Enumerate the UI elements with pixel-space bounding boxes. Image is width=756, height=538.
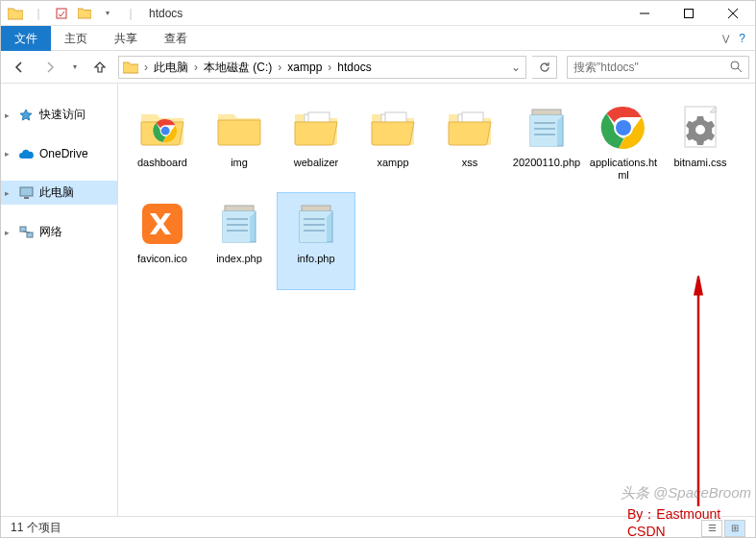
notepad-icon bbox=[289, 197, 343, 251]
file-item[interactable]: index.php bbox=[201, 193, 278, 289]
ribbon: 文件 主页 共享 查看 ⋁? bbox=[1, 26, 755, 51]
file-label: img bbox=[231, 157, 248, 169]
file-item[interactable]: applications.html bbox=[585, 97, 662, 193]
file-label: xampp bbox=[377, 157, 408, 169]
file-label: index.php bbox=[216, 253, 262, 265]
chevron-right-icon[interactable]: ▸ bbox=[5, 188, 10, 198]
search-box[interactable] bbox=[567, 56, 749, 79]
svg-line-6 bbox=[738, 68, 742, 72]
crumb-1[interactable]: 本地磁盘 (C:) bbox=[200, 57, 276, 78]
navbar: ▾ › 此电脑› 本地磁盘 (C:)› xampp› htdocs ⌄ bbox=[1, 51, 755, 84]
titlebar: | ▾ | htdocs bbox=[1, 1, 755, 26]
svg-line-11 bbox=[23, 232, 30, 232]
file-item[interactable]: info.php bbox=[278, 193, 354, 289]
network-icon bbox=[18, 225, 34, 240]
folder-icon bbox=[135, 101, 189, 155]
file-item[interactable]: bitnami.css bbox=[662, 97, 739, 193]
svg-rect-10 bbox=[27, 232, 33, 237]
tab-home[interactable]: 主页 bbox=[51, 26, 101, 51]
tab-view[interactable]: 查看 bbox=[151, 26, 201, 51]
chevron-right-icon[interactable]: ▸ bbox=[5, 228, 10, 237]
crumb-0[interactable]: 此电脑 bbox=[150, 57, 192, 78]
sidebar-item-network[interactable]: ▸ 网络 bbox=[1, 220, 117, 244]
chevron-right-icon[interactable]: ▸ bbox=[5, 149, 10, 159]
file-item[interactable]: favicon.ico bbox=[124, 193, 201, 289]
svg-rect-9 bbox=[20, 227, 26, 232]
refresh-button[interactable] bbox=[532, 56, 557, 79]
crumb-3[interactable]: htdocs bbox=[333, 57, 375, 78]
notepad-icon bbox=[520, 101, 573, 155]
sidebar-item-label: OneDrive bbox=[39, 147, 88, 160]
up-button[interactable] bbox=[87, 55, 112, 80]
svg-point-5 bbox=[731, 61, 739, 69]
search-input[interactable] bbox=[568, 61, 723, 74]
file-item[interactable]: xampp bbox=[354, 97, 431, 193]
search-icon[interactable] bbox=[723, 61, 748, 73]
byline-annotation: By：Eastmount CSDN bbox=[627, 506, 755, 538]
file-label: xss bbox=[462, 157, 478, 169]
svg-rect-0 bbox=[57, 9, 66, 18]
svg-point-28 bbox=[616, 120, 631, 135]
file-item[interactable]: 20200110.php bbox=[508, 97, 585, 193]
folder-icon bbox=[289, 101, 343, 155]
gear-icon bbox=[673, 101, 727, 155]
chevron-right-icon[interactable]: › bbox=[276, 61, 283, 74]
file-label: info.php bbox=[297, 253, 334, 265]
tab-share[interactable]: 共享 bbox=[101, 26, 151, 51]
svg-rect-8 bbox=[24, 197, 29, 199]
chevron-right-icon[interactable]: ▸ bbox=[5, 110, 10, 120]
minimize-button[interactable] bbox=[622, 1, 667, 26]
address-bar[interactable]: › 此电脑› 本地磁盘 (C:)› xampp› htdocs ⌄ bbox=[118, 56, 526, 79]
svg-point-30 bbox=[695, 125, 705, 134]
file-label: applications.html bbox=[587, 157, 660, 182]
folder-small-icon[interactable] bbox=[76, 5, 93, 22]
file-label: dashboard bbox=[137, 157, 187, 169]
sidebar-item-label: 网络 bbox=[39, 224, 62, 240]
breadcrumb: 此电脑› 本地磁盘 (C:)› xampp› htdocs bbox=[150, 57, 506, 78]
file-item[interactable]: img bbox=[201, 97, 278, 193]
pc-icon bbox=[18, 185, 34, 201]
qat-properties-icon[interactable] bbox=[53, 5, 70, 22]
cloud-icon bbox=[18, 146, 34, 161]
arrow-annotation bbox=[689, 276, 708, 519]
folder-icon[interactable] bbox=[7, 5, 24, 22]
file-label: webalizer bbox=[294, 157, 338, 169]
file-item[interactable]: dashboard bbox=[124, 97, 201, 193]
sidebar-item-onedrive[interactable]: ▸ OneDrive bbox=[1, 142, 117, 165]
file-label: favicon.ico bbox=[137, 253, 187, 265]
tab-file[interactable]: 文件 bbox=[1, 26, 51, 51]
file-item[interactable]: webalizer bbox=[278, 97, 354, 193]
chevron-right-icon[interactable]: › bbox=[326, 61, 333, 74]
folder-icon bbox=[366, 101, 420, 155]
chevron-right-icon[interactable]: › bbox=[192, 61, 200, 74]
xampp-icon bbox=[135, 197, 189, 251]
chevron-right-icon[interactable]: › bbox=[142, 61, 150, 74]
sidebar-item-label: 快速访问 bbox=[39, 107, 85, 123]
notepad-icon bbox=[212, 197, 266, 251]
folder-icon bbox=[119, 61, 142, 74]
maximize-button[interactable] bbox=[667, 1, 711, 26]
sidebar-item-quick-access[interactable]: ▸ 快速访问 bbox=[1, 103, 117, 127]
forward-button[interactable] bbox=[37, 55, 62, 80]
svg-rect-7 bbox=[20, 187, 33, 196]
file-label: bitnami.css bbox=[673, 157, 726, 169]
ribbon-expand[interactable]: ⋁? bbox=[713, 32, 755, 45]
back-button[interactable] bbox=[7, 55, 32, 80]
address-dropdown-icon[interactable]: ⌄ bbox=[506, 61, 525, 74]
svg-rect-2 bbox=[685, 9, 694, 17]
qat-separator: | bbox=[30, 5, 47, 22]
star-icon bbox=[18, 108, 34, 123]
recent-dropdown[interactable]: ▾ bbox=[68, 55, 82, 80]
close-button[interactable] bbox=[711, 1, 755, 26]
help-icon[interactable]: ? bbox=[739, 32, 745, 45]
watermark: 头条 @SpaceBroom bbox=[621, 484, 751, 502]
chrome-icon bbox=[597, 101, 650, 155]
crumb-2[interactable]: xampp bbox=[283, 57, 326, 78]
file-item[interactable]: xss bbox=[431, 97, 508, 193]
sidebar-item-label: 此电脑 bbox=[39, 184, 74, 201]
file-list: dashboardimgwebalizerxamppxss20200110.ph… bbox=[118, 84, 755, 516]
sidebar: ▸ 快速访问 ▸ OneDrive ▸ 此电脑 ▸ 网络 bbox=[1, 84, 118, 516]
qat-dropdown-icon[interactable]: ▾ bbox=[99, 5, 116, 22]
folder-icon bbox=[443, 101, 497, 155]
sidebar-item-this-pc[interactable]: ▸ 此电脑 bbox=[1, 181, 117, 205]
